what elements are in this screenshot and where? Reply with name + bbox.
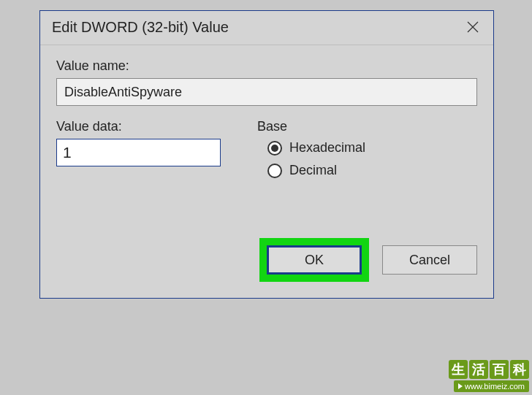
close-button[interactable] [463,17,483,37]
button-row: OK Cancel [259,238,477,282]
watermark-logo: 生 活 百 科 [449,360,529,379]
value-name-input[interactable] [56,78,477,106]
watermark-char: 科 [510,360,529,379]
radio-dec-label: Decimal [289,163,337,178]
cancel-button[interactable]: Cancel [382,245,477,275]
watermark-char: 活 [469,360,488,379]
watermark: 生 活 百 科 www.bimeiz.com [449,360,529,392]
radio-icon [267,141,282,156]
radio-icon [267,164,282,178]
base-column: Base Hexadecimal Decimal [257,119,477,185]
radio-hexadecimal[interactable]: Hexadecimal [267,140,477,156]
watermark-char: 生 [449,360,468,379]
value-name-label: Value name: [56,58,477,74]
dialog-content: Value name: Value data: Base Hexadecimal… [40,45,493,185]
radio-hex-label: Hexadecimal [289,140,365,156]
watermark-url-text: www.bimeiz.com [465,382,525,391]
close-icon [466,20,479,34]
watermark-char: 百 [490,360,509,379]
watermark-url: www.bimeiz.com [454,380,529,392]
radio-decimal[interactable]: Decimal [267,163,477,178]
value-data-input[interactable] [56,139,221,166]
ok-highlight: OK [259,238,369,282]
ok-button[interactable]: OK [267,245,362,275]
edit-dword-dialog: Edit DWORD (32-bit) Value Value name: Va… [39,10,494,299]
dialog-title: Edit DWORD (32-bit) Value [52,19,229,36]
value-data-column: Value data: [56,119,221,185]
value-data-label: Value data: [56,119,221,134]
titlebar: Edit DWORD (32-bit) Value [40,11,493,45]
base-group-label: Base [257,119,477,134]
arrow-icon [458,383,463,389]
